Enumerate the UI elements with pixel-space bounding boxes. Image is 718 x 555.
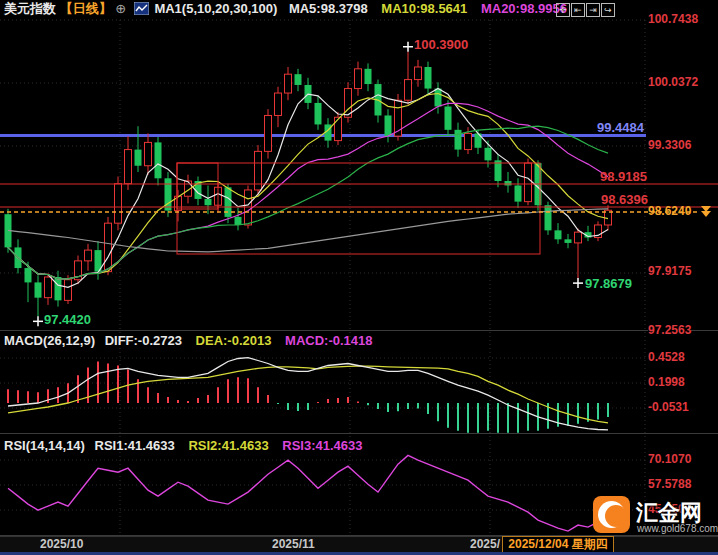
rsi-header: RSI(14,14,14) RSI1:41.4633 RSI2:41.4633 … <box>4 438 363 453</box>
rsi-title[interactable]: RSI(14,14,14) <box>4 438 85 453</box>
chart-type-icon[interactable] <box>134 2 149 15</box>
candle-body-down <box>295 74 302 85</box>
period-selector[interactable]: 【日线】 <box>60 1 112 16</box>
candle-body-up <box>575 232 582 243</box>
date-label-oct: 2025/10 <box>40 537 83 552</box>
scale-left-icon[interactable]: ⇤ <box>571 3 585 17</box>
candle-body-down <box>205 199 212 205</box>
candle-body-down <box>55 277 62 300</box>
candle-body-up <box>125 150 132 184</box>
watermark: 汇金网 www.gold678.com <box>593 496 718 538</box>
candle-body-up <box>525 163 532 202</box>
candle-body-up <box>105 223 112 271</box>
candle-body-down <box>505 181 512 185</box>
candle-body-up <box>415 67 422 80</box>
rsi1-value: RSI1:41.4633 <box>95 438 175 453</box>
watermark-url: www.gold678.com <box>637 523 718 534</box>
current-price-arrows <box>701 206 711 217</box>
macd-macd-value: MACD:-0.1418 <box>285 333 372 348</box>
candle-body-down <box>555 230 562 239</box>
macd-dea-value: DEA:-0.2013 <box>196 333 272 348</box>
candle-body-up <box>45 277 52 298</box>
header-bar: 美元指数 【日线】 ⊕ MA1(5,10,20,30,100) MA5:98.3… <box>0 0 718 19</box>
date-label-nov: 2025/11 <box>272 537 315 552</box>
candle-body-up <box>405 80 412 101</box>
huijin-logo-icon <box>593 496 630 533</box>
candle-body-down <box>365 69 372 84</box>
axis-label: 97.2563 <box>648 324 691 337</box>
ma-line <box>8 455 608 531</box>
candle-body-down <box>235 217 242 225</box>
ma10-value: MA10:98.5641 <box>381 1 467 16</box>
macd-title[interactable]: MACD(26,12,9) <box>4 333 95 348</box>
candle-body-down <box>455 130 462 150</box>
candle-body-down <box>385 115 392 136</box>
chart-window: 美元指数 【日线】 ⊕ MA1(5,10,20,30,100) MA5:98.3… <box>0 0 718 555</box>
candle-body-up <box>145 142 152 165</box>
candle-body-up <box>65 280 72 301</box>
shift-right-icon[interactable]: ↪ <box>601 3 615 17</box>
candle-body-up <box>115 184 122 223</box>
candle-body-down <box>485 148 492 161</box>
hline-blue-label[interactable]: 99.4484 <box>597 121 644 134</box>
candle-body-up <box>355 69 362 89</box>
candle-body-down <box>565 239 572 243</box>
candle-body-up <box>465 133 472 149</box>
ma-settings[interactable]: MA1(5,10,20,30,100) <box>154 1 277 16</box>
candle-body-down <box>425 67 432 89</box>
candle-body-down <box>155 142 162 178</box>
scale-right-icon[interactable]: ⇥ <box>586 3 600 17</box>
current-price-label: 98.6240 <box>648 205 691 218</box>
ma20-value: MA20:98.9956 <box>481 1 567 16</box>
hline-red2-label[interactable]: 98.6396 <box>601 193 648 206</box>
rsi3-value: RSI3:41.4633 <box>282 438 362 453</box>
candle-body-down <box>25 268 32 282</box>
rsi2-value: RSI2:41.4633 <box>188 438 268 453</box>
candle-body-down <box>445 107 452 130</box>
candle-body-down <box>35 282 42 297</box>
candle-body-up <box>275 93 282 115</box>
candle-body-up <box>85 250 92 261</box>
candle-body-down <box>135 150 142 166</box>
high-marker-label: 100.3900 <box>414 38 468 51</box>
low2-marker-label: 97.8679 <box>585 277 632 290</box>
current-date-box: 2025/12/04 星期四 <box>502 536 614 553</box>
symbol-name: 美元指数 <box>4 1 56 16</box>
candle-body-up <box>335 117 342 140</box>
low-marker-label: 97.4420 <box>44 313 91 326</box>
date-label-dec: 2025/ <box>470 537 500 552</box>
macd-diff-value: DIFF:-0.2723 <box>105 333 182 348</box>
hline-red1-label[interactable]: 98.9185 <box>600 170 647 183</box>
candle-body-down <box>315 103 322 125</box>
add-indicator-icon[interactable]: ⊕ <box>115 1 126 16</box>
candle-body-up <box>265 115 272 151</box>
candle-body-down <box>545 205 552 230</box>
macd-header: MACD(26,12,9) DIFF:-0.2723 DEA:-0.2013 M… <box>4 333 373 348</box>
candle-body-down <box>435 89 442 107</box>
crosshair-icon[interactable]: ✛ <box>556 3 570 17</box>
candle-body-down <box>515 185 522 201</box>
ma5-value: MA5:98.3798 <box>289 1 368 16</box>
candle-body-up <box>285 74 292 93</box>
